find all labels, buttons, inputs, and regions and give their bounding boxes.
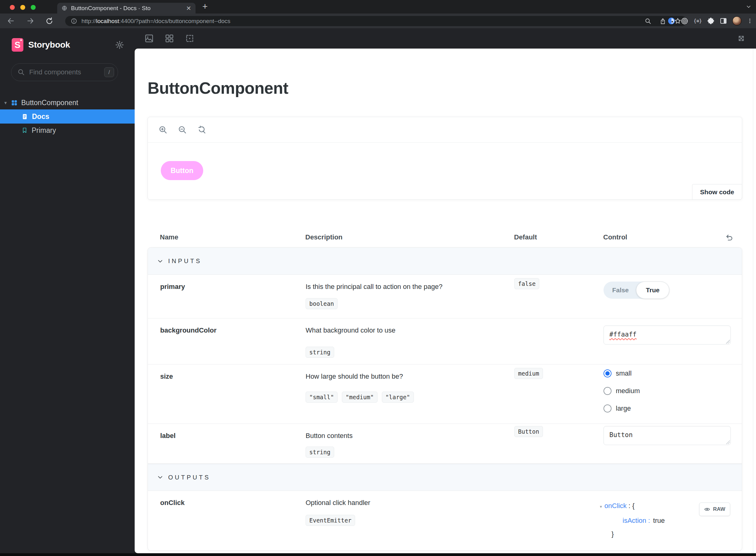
site-info-icon[interactable] — [71, 18, 77, 24]
side-panel-icon[interactable] — [720, 17, 727, 25]
share-icon[interactable] — [659, 18, 666, 25]
back-button[interactable] — [7, 17, 15, 25]
reset-controls-icon[interactable] — [725, 233, 733, 242]
sidebar-item-buttoncomponent[interactable]: ▾ ButtonComponent — [0, 96, 135, 109]
preview-zoom-toolbar — [148, 117, 742, 143]
tab-title: ButtonComponent - Docs · Sto — [71, 5, 182, 12]
arg-description: How large should the button be? — [306, 373, 403, 381]
window-controls[interactable] — [10, 5, 36, 10]
search-input[interactable] — [29, 68, 104, 76]
arg-description: Optional click handler — [306, 499, 370, 507]
forward-button[interactable] — [27, 17, 34, 25]
json-extension-icon[interactable]: {≡} — [694, 18, 702, 24]
tab-close-icon[interactable]: ✕ — [186, 5, 191, 11]
arg-type-chip: "large" — [382, 391, 414, 403]
arg-name: onClick — [160, 499, 184, 507]
object-key: onClick — [605, 502, 626, 510]
sidebar-item-label: Docs — [32, 112, 49, 121]
password-extension-icon[interactable] — [667, 17, 676, 25]
arg-row-onclick: onClick Optional click handler EventEmit… — [148, 491, 742, 551]
section-inputs[interactable]: INPUTS — [148, 248, 742, 275]
resize-grip[interactable] — [726, 340, 730, 344]
arg-name: backgroundColor — [160, 326, 216, 335]
minimize-window-button[interactable] — [20, 5, 25, 10]
zoom-reset-icon[interactable] — [197, 126, 206, 134]
component-tree: ▾ ButtonComponent Docs Primary — [0, 96, 135, 137]
resize-grip[interactable] — [726, 440, 730, 444]
browser-menu-icon[interactable] — [747, 18, 753, 24]
grid-toggle-icon[interactable] — [165, 34, 174, 43]
url-protocol: http:// — [81, 18, 96, 24]
storybook-logo-icon[interactable]: S — [12, 38, 23, 51]
radio-icon[interactable] — [604, 387, 612, 395]
input-value: #ffaaff — [609, 331, 637, 338]
arg-type-chip: boolean — [306, 298, 338, 309]
storybook-sidebar: S Storybook / ▾ ButtonComponent Docs Pri… — [0, 28, 135, 553]
backgroundcolor-text-input[interactable]: #ffaaff — [604, 325, 731, 345]
arg-type-chip: string — [306, 347, 334, 358]
sidebar-item-primary[interactable]: Primary — [0, 124, 135, 137]
expand-caret-icon[interactable]: ▾ — [4, 100, 11, 106]
label-text-input[interactable]: Button — [604, 426, 731, 445]
new-tab-button[interactable]: + — [202, 1, 208, 12]
collapse-caret-icon[interactable]: ▾ — [600, 504, 602, 509]
docs-canvas: ButtonComponent Button Show code Name De… — [135, 48, 756, 553]
object-tree-line[interactable]: ▾onClick : { — [600, 502, 634, 510]
column-header-name: Name — [160, 233, 178, 241]
raw-toggle-button[interactable]: RAW — [699, 502, 730, 516]
section-outputs[interactable]: OUTPUTS — [148, 464, 742, 491]
zoom-out-icon[interactable] — [178, 126, 187, 134]
tab-search-chevron-icon[interactable] — [746, 4, 752, 10]
arg-name: label — [160, 432, 176, 440]
reload-button[interactable] — [45, 17, 53, 25]
arg-type-chip: "small" — [306, 391, 338, 403]
arg-row-primary: primary Is this the principal call to ac… — [148, 275, 742, 318]
column-header-description: Description — [305, 233, 343, 241]
close-window-button[interactable] — [10, 5, 15, 10]
component-grid-icon — [11, 100, 18, 106]
zoom-page-icon[interactable] — [645, 18, 651, 25]
canvas-scroll-edge — [753, 48, 753, 553]
radio-icon[interactable] — [604, 405, 612, 413]
gear-icon[interactable] — [115, 40, 124, 49]
column-header-control: Control — [603, 233, 627, 241]
zoom-in-icon[interactable] — [159, 126, 168, 134]
arg-description: Is this the principal call to action on … — [306, 283, 442, 291]
address-bar[interactable]: http://localhost:4400/?path=/docs/button… — [65, 16, 687, 26]
boolean-toggle[interactable]: False True — [604, 282, 669, 299]
arg-type-chip: "medium" — [342, 391, 378, 403]
radio-option-medium[interactable]: medium — [604, 387, 640, 395]
sidebar-item-label: ButtonComponent — [21, 99, 78, 107]
radio-option-small[interactable]: small — [604, 369, 640, 377]
toggle-true-option[interactable]: True — [636, 282, 669, 299]
chevron-down-icon — [157, 474, 163, 480]
arg-description: Button contents — [306, 432, 353, 440]
radio-label: small — [616, 370, 631, 377]
arg-type-chip: string — [306, 447, 334, 458]
shortcut-key-badge: / — [104, 67, 114, 77]
column-header-default: Default — [514, 233, 537, 241]
object-prop-key: isAction : — [623, 517, 650, 524]
radio-label: medium — [616, 387, 640, 395]
zoom-window-button[interactable] — [31, 5, 36, 10]
sidebar-item-docs[interactable]: Docs — [0, 109, 135, 124]
bookmark-icon — [22, 127, 28, 133]
object-prop-value: true — [653, 517, 665, 524]
toggle-false-option[interactable]: False — [604, 282, 637, 299]
radio-icon[interactable] — [604, 370, 612, 377]
browser-tab-active[interactable]: ButtonComponent - Docs · Sto ✕ — [57, 3, 196, 13]
arg-type-chip: EventEmitter — [306, 515, 355, 526]
backgrounds-icon[interactable] — [144, 34, 154, 43]
record-extension-icon[interactable] — [681, 17, 688, 25]
component-search[interactable]: / — [11, 63, 118, 81]
favicon-globe-icon — [62, 5, 67, 11]
extensions-puzzle-icon[interactable] — [707, 17, 715, 25]
show-code-button[interactable]: Show code — [692, 184, 742, 200]
radio-option-large[interactable]: large — [604, 404, 640, 413]
url-host: localhost — [96, 18, 119, 24]
story-button[interactable]: Button — [161, 161, 203, 180]
profile-avatar[interactable] — [732, 16, 742, 26]
measure-outline-icon[interactable] — [185, 34, 194, 43]
fullscreen-icon[interactable] — [737, 34, 746, 43]
arg-default-chip: false — [514, 278, 539, 289]
